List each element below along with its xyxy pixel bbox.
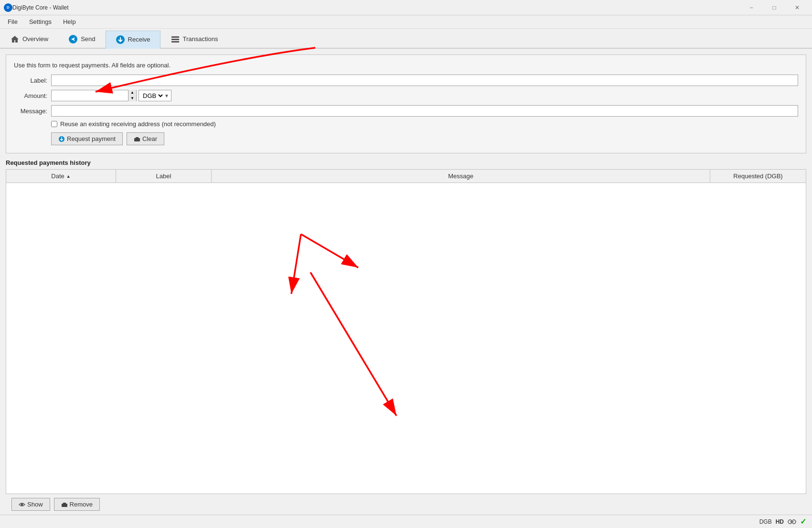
history-title: Requested payments history — [6, 159, 806, 166]
table-header: Date ▲ Label Message Requested (DGB) — [6, 170, 806, 183]
titlebar-title: DigiByte Core - Wallet — [12, 4, 740, 11]
window-controls: − □ ✕ — [740, 0, 808, 15]
payments-table: Date ▲ Label Message Requested (DGB) — [6, 169, 806, 494]
home-icon — [10, 34, 20, 44]
currency-select[interactable]: DGB — [141, 92, 164, 100]
svg-rect-9 — [62, 504, 67, 507]
sort-icon: ▲ — [66, 174, 71, 179]
tab-receive-label: Receive — [128, 36, 150, 43]
show-icon — [19, 501, 25, 508]
column-label-label: Label — [156, 172, 171, 180]
clear-icon — [134, 136, 140, 142]
menu-file[interactable]: File — [2, 16, 23, 27]
tab-overview-label: Overview — [22, 35, 48, 43]
tab-transactions-label: Transactions — [183, 35, 218, 43]
column-requested-label: Requested (DGB) — [733, 172, 782, 180]
show-button[interactable]: Show — [11, 498, 50, 511]
remove-button[interactable]: Remove — [54, 498, 100, 511]
column-label[interactable]: Label — [116, 170, 212, 183]
main-content: Use this form to request payments. All f… — [0, 49, 812, 515]
currency-dropdown[interactable]: DGB ▼ — [139, 90, 171, 101]
spinner-down-button[interactable]: ▼ — [128, 96, 136, 101]
close-button[interactable]: ✕ — [786, 0, 808, 15]
amount-input[interactable] — [52, 90, 128, 101]
titlebar: D DigiByte Core - Wallet − □ ✕ — [0, 0, 812, 15]
reuse-address-checkbox[interactable] — [51, 121, 57, 127]
message-input[interactable] — [51, 105, 798, 117]
status-currency: DGB — [759, 518, 772, 525]
request-payment-button[interactable]: Request payment — [51, 132, 123, 145]
amount-row: Amount: ▲ ▼ DGB ▼ — [14, 90, 798, 101]
column-date[interactable]: Date ▲ — [6, 170, 116, 183]
tab-send-label: Send — [81, 35, 95, 43]
tab-send[interactable]: Send — [58, 30, 105, 48]
column-message-label: Message — [448, 172, 473, 180]
column-message[interactable]: Message — [212, 170, 710, 183]
tab-transactions[interactable]: Transactions — [160, 30, 228, 48]
statusbar: DGB HD ✓ — [0, 515, 812, 528]
amount-spinner: ▲ ▼ — [128, 90, 136, 101]
menu-settings[interactable]: Settings — [23, 16, 57, 27]
app-logo: D — [4, 3, 12, 12]
svg-rect-4 — [171, 41, 179, 43]
message-row: Message: — [14, 105, 798, 117]
column-date-label: Date — [51, 172, 64, 180]
clear-button[interactable]: Clear — [127, 132, 164, 145]
history-section: Requested payments history Date ▲ Label … — [6, 159, 806, 515]
bottom-bar: Show Remove — [6, 494, 806, 515]
status-hd: HD — [776, 518, 784, 525]
status-hd-label: HD — [776, 518, 784, 525]
button-row: Request payment Clear — [51, 132, 798, 145]
form-description: Use this form to request payments. All f… — [14, 62, 798, 69]
menubar: File Settings Help — [0, 15, 812, 29]
label-row: Label: — [14, 75, 798, 86]
spinner-up-button[interactable]: ▲ — [128, 90, 136, 96]
message-field-label: Message: — [14, 108, 47, 115]
dropdown-arrow-icon: ▼ — [164, 93, 169, 98]
amount-input-wrap: ▲ ▼ — [51, 90, 137, 101]
tab-receive[interactable]: Receive — [106, 31, 160, 49]
menu-help[interactable]: Help — [57, 16, 82, 27]
label-field-label: Label: — [14, 77, 47, 84]
receive-icon — [116, 35, 125, 44]
remove-icon — [61, 501, 68, 508]
tab-overview[interactable]: Overview — [0, 30, 58, 48]
svg-rect-3 — [171, 39, 179, 40]
tabbar: Overview Send Receive Transactions — [0, 29, 812, 49]
svg-rect-10 — [63, 503, 66, 504]
status-currency-label: DGB — [759, 518, 772, 525]
checkbox-row: Reuse an existing receiving address (not… — [51, 120, 798, 128]
label-input[interactable] — [51, 75, 798, 86]
checkbox-label: Reuse an existing receiving address (not… — [60, 120, 216, 128]
maximize-button[interactable]: □ — [763, 0, 785, 15]
minimize-button[interactable]: − — [740, 0, 762, 15]
network-icon — [788, 518, 796, 525]
svg-point-8 — [21, 503, 23, 506]
send-icon — [68, 34, 78, 44]
form-panel: Use this form to request payments. All f… — [6, 54, 806, 153]
status-checkmark: ✓ — [800, 517, 806, 526]
request-payment-icon — [58, 136, 65, 142]
table-body — [6, 183, 806, 494]
svg-rect-6 — [134, 138, 140, 141]
status-network-icon — [788, 518, 796, 525]
column-requested[interactable]: Requested (DGB) — [710, 170, 806, 183]
svg-rect-2 — [171, 36, 179, 38]
amount-field-label: Amount: — [14, 92, 47, 99]
transactions-icon — [171, 34, 180, 44]
svg-rect-7 — [136, 137, 139, 139]
